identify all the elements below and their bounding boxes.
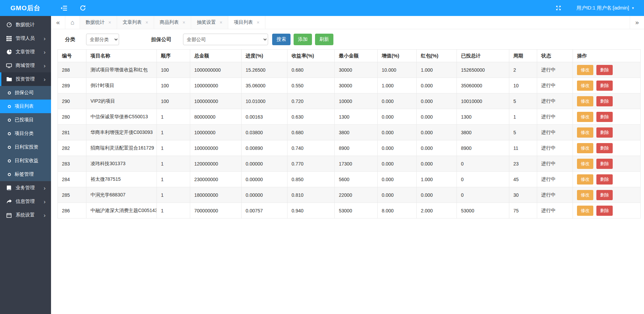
cell-invested: 53000 [457,203,509,219]
tabs-scroll-left-icon[interactable]: « [51,16,65,29]
cell-order: 100 [157,62,190,78]
edit-button[interactable]: 修改 [577,127,593,138]
sidebar-subitem-rilibao-invest[interactable]: 日利宝投资 [0,140,51,154]
cell-total: 100000000 [190,93,242,109]
cell-total: 700000000 [190,203,242,219]
sidebar-item-admins[interactable]: 管理人员› [0,32,51,45]
edit-button[interactable]: 修改 [577,159,593,169]
fullscreen-icon[interactable] [556,5,561,11]
sidebar-item-system[interactable]: 系统设置› [0,208,51,222]
delete-button[interactable]: 删除 [596,81,613,91]
edit-button[interactable]: 修改 [577,143,593,153]
cell-status: 进行中 [537,156,573,172]
cell-red_packet: 1.000 [417,172,457,187]
tab-goods-list[interactable]: 商品列表× [154,16,191,29]
edit-button[interactable]: 修改 [577,112,593,122]
add-button[interactable]: 添加 [294,34,312,45]
sidebar-subitem-label: 项目列表 [15,103,34,109]
cell-no: 286 [58,203,86,219]
refresh-button[interactable]: 刷新 [315,34,333,45]
sidebar-item-business[interactable]: 业务管理› [0,181,51,195]
tab-project-list[interactable]: 项目列表× [228,16,265,29]
delete-button[interactable]: 删除 [596,190,613,200]
table-row: 281华商丰利增强定开债C0030931100000000.038000.680… [58,125,641,140]
home-tab[interactable]: ⌂ [65,16,80,29]
delete-button[interactable]: 删除 [596,112,613,122]
cell-period: 45 [509,172,537,187]
cell-progress: 0.00000 [242,172,287,187]
edit-button[interactable]: 修改 [577,96,593,106]
cell-appreciation: 10.000 [378,62,417,78]
chevron-right-icon: › [44,185,46,191]
chevron-right-icon: › [44,199,46,205]
cell-yield: 0.680 [287,125,335,140]
sidebar-subitem-project-list[interactable]: 项目列表 [0,100,51,113]
cell-actions: 修改删除 [573,187,641,203]
sidebar-subitem-invested-projects[interactable]: 已投项目 [0,113,51,127]
tab-article-list[interactable]: 文章列表× [117,16,154,29]
tab-lottery-settings[interactable]: 抽奖设置× [191,16,228,29]
column-header: 总金额 [190,50,242,62]
edit-button[interactable]: 修改 [577,206,593,216]
cell-actions: 修改删除 [573,172,641,187]
collapse-sidebar-icon[interactable] [61,5,67,11]
delete-button[interactable]: 删除 [596,174,613,185]
tab-label: 抽奖设置 [197,19,216,25]
edit-button[interactable]: 修改 [577,81,593,91]
cell-order: 1 [157,203,190,219]
cell-actions: 修改删除 [573,125,641,140]
sidebar-subitem-label: 项目分类 [15,130,34,137]
radio-circle-icon [8,119,11,122]
close-icon[interactable]: × [145,20,148,25]
cell-red_packet: 0.000 [417,78,457,93]
edit-button[interactable]: 修改 [577,65,593,75]
sidebar-item-investment[interactable]: 投资管理› [0,72,51,86]
edit-button[interactable]: 修改 [577,190,593,200]
delete-button[interactable]: 删除 [596,159,613,169]
cell-yield: 0.550 [287,78,335,93]
cell-period: 2 [509,62,537,78]
table-row: 283凌玮科技30137311200000000.000000.77017300… [58,156,641,172]
table-header-row: 编号项目名称顺序总金额进度(%)收益率(%)最小金额增值(%)红包(%)已投总计… [58,50,641,62]
refresh-icon[interactable] [80,5,86,11]
table-row: 284裕太微78751512300000000.000000.85056000.… [58,172,641,187]
close-icon[interactable]: × [108,20,111,25]
tab-label: 数据统计 [85,19,104,25]
cell-min: 53000 [335,203,378,219]
close-icon[interactable]: × [182,20,185,25]
cell-period: 30 [509,187,537,203]
radio-circle-icon [8,146,11,149]
sidebar-item-info[interactable]: 信息管理› [0,195,51,208]
user-info: 用户ID:1 用户名:[admin] [576,5,629,11]
search-button[interactable]: 搜索 [272,34,291,45]
edit-button[interactable]: 修改 [577,174,593,185]
sidebar-subitem-project-categories[interactable]: 项目分类 [0,127,51,140]
delete-button[interactable]: 删除 [596,143,613,153]
radio-circle-icon [8,173,11,176]
sidebar-subitem-tag-management[interactable]: 标签管理 [0,168,51,181]
delete-button[interactable]: 删除 [596,127,613,138]
tab-data-stats[interactable]: 数据统计× [80,16,117,29]
sidebar-subitem-rilibao-income[interactable]: 日利宝收益 [0,154,51,168]
delete-button[interactable]: 删除 [596,65,613,75]
sidebar-item-label: 系统设置 [16,212,35,218]
delete-button[interactable]: 删除 [596,206,613,216]
cell-actions: 修改删除 [573,156,641,172]
company-select[interactable]: 全部公司 [183,34,268,45]
tabs-more-icon[interactable]: » [630,16,644,29]
calendar-icon [6,212,12,218]
close-icon[interactable]: × [257,20,259,25]
cell-status: 进行中 [537,172,573,187]
sidebar-item-mall[interactable]: 商城管理› [0,59,51,72]
delete-button[interactable]: 删除 [596,96,613,106]
cell-invested: 8900 [457,140,509,156]
sidebar-item-data-stats[interactable]: 数据统计 [0,18,51,32]
close-icon[interactable]: × [219,20,222,25]
sidebar-item-articles[interactable]: 文章管理› [0,45,51,59]
table-row: 288测试项目带增值收益和红包100100000000015.265000.68… [58,62,641,78]
cell-no: 290 [58,93,86,109]
category-select[interactable]: 全部分类 [86,34,119,45]
sidebar-subitem-guarantee-company[interactable]: 担保公司 [0,86,51,100]
user-menu[interactable]: 用户ID:1 用户名:[admin] ▼ [576,5,634,11]
cell-total: 80000000 [190,109,242,125]
